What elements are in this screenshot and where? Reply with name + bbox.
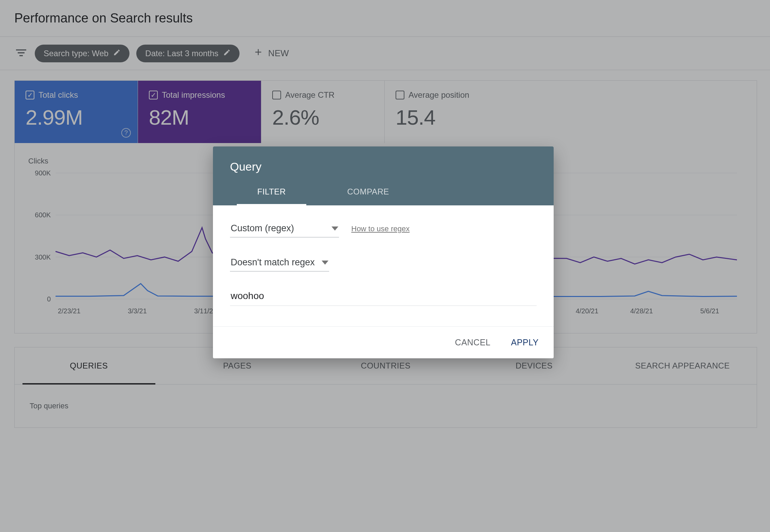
modal-title: Query: [230, 160, 537, 173]
modal-tab-filter[interactable]: FILTER: [257, 187, 286, 205]
chevron-down-icon: [322, 261, 328, 265]
modal-body: Custom (regex) How to use regex Doesn't …: [213, 205, 554, 313]
match-mode-select[interactable]: Doesn't match regex: [230, 254, 329, 271]
select-value: Doesn't match regex: [231, 257, 315, 268]
modal-header: Query FILTER COMPARE: [213, 146, 554, 205]
apply-button[interactable]: APPLY: [508, 334, 541, 351]
select-value: Custom (regex): [231, 223, 294, 234]
modal-footer: CANCEL APPLY: [213, 326, 554, 358]
regex-type-select[interactable]: Custom (regex): [230, 220, 339, 237]
cancel-button[interactable]: CANCEL: [452, 334, 493, 351]
query-modal: Query FILTER COMPARE Custom (regex) How …: [213, 146, 554, 358]
modal-tabs: FILTER COMPARE: [230, 187, 537, 205]
modal-tab-compare[interactable]: COMPARE: [347, 187, 389, 205]
how-to-use-regex-link[interactable]: How to use regex: [351, 224, 410, 233]
chevron-down-icon: [332, 226, 338, 231]
regex-input[interactable]: [230, 288, 537, 306]
